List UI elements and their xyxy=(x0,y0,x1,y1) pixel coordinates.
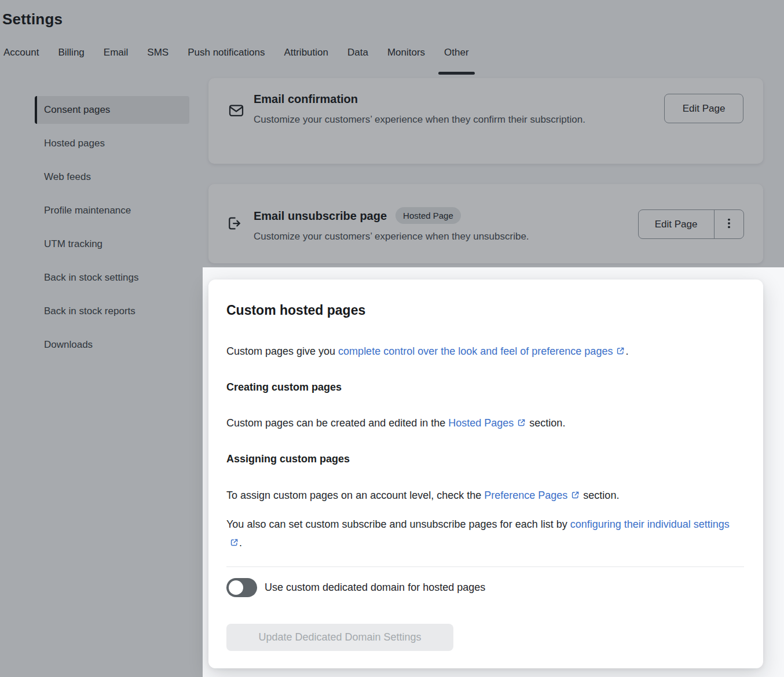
tab-billing[interactable]: Billing xyxy=(58,46,84,59)
sidebar-item-utm-tracking[interactable]: UTM tracking xyxy=(35,230,189,258)
header: Settings Account Billing Email SMS Push … xyxy=(0,0,784,77)
email-confirmation-title: Email confirmation xyxy=(254,91,618,107)
sidebar-item-web-feeds[interactable]: Web feeds xyxy=(35,163,189,191)
intro-text: Custom pages give you xyxy=(226,345,338,357)
creating-custom-pages-heading: Creating custom pages xyxy=(226,380,744,394)
sidebar-item-back-in-stock-reports[interactable]: Back in stock reports xyxy=(35,297,189,325)
email-unsubscribe-title: Email unsubscribe page xyxy=(254,208,387,224)
tab-monitors[interactable]: Monitors xyxy=(387,46,425,59)
email-unsubscribe-card: Email unsubscribe page Hosted Page Custo… xyxy=(208,184,763,263)
email-confirmation-card: Email confirmation Customize your custom… xyxy=(208,78,763,164)
intro-suffix: . xyxy=(625,345,628,357)
page-title: Settings xyxy=(2,10,784,28)
sidebar-item-profile-maintenance[interactable]: Profile maintenance xyxy=(35,197,189,225)
creating-suffix: section. xyxy=(526,417,565,429)
toggle-knob xyxy=(229,580,243,595)
tab-other[interactable]: Other xyxy=(444,46,469,59)
section-divider xyxy=(226,566,744,567)
main-content: Email confirmation Customize your custom… xyxy=(203,77,784,677)
kebab-menu-button[interactable] xyxy=(715,210,743,238)
update-dedicated-domain-button[interactable]: Update Dedicated Domain Settings xyxy=(226,624,453,651)
mail-icon xyxy=(228,102,245,122)
edit-page-split-button: Edit Page xyxy=(638,209,744,239)
tab-data[interactable]: Data xyxy=(347,46,368,59)
email-confirmation-body: Email confirmation Customize your custom… xyxy=(254,91,618,129)
sidebar-item-back-in-stock-settings[interactable]: Back in stock settings xyxy=(35,264,189,292)
sidebar-item-hosted-pages[interactable]: Hosted pages xyxy=(35,130,189,157)
kebab-icon xyxy=(723,217,735,231)
dedicated-domain-toggle-label: Use custom dedicated domain for hosted p… xyxy=(265,582,485,594)
list-settings-link-text: configuring their individual settings xyxy=(570,518,730,530)
tab-email[interactable]: Email xyxy=(104,46,129,59)
creating-text: Custom pages can be created and edited i… xyxy=(226,417,448,429)
email-confirmation-description: Customize your customers’ experience whe… xyxy=(254,111,618,129)
hosted-pages-link-text: Hosted Pages xyxy=(448,417,514,429)
sidebar-item-downloads[interactable]: Downloads xyxy=(35,331,189,359)
email-unsubscribe-title-row: Email unsubscribe page Hosted Page xyxy=(254,207,529,224)
assign-suffix: section. xyxy=(580,490,619,501)
edit-page-button-unsubscribe[interactable]: Edit Page xyxy=(639,210,714,238)
custom-hosted-pages-title: Custom hosted pages xyxy=(226,301,744,319)
custom-hosted-pages-card: Custom hosted pages Custom pages give yo… xyxy=(208,279,763,668)
tab-sms[interactable]: SMS xyxy=(147,46,168,59)
tab-account[interactable]: Account xyxy=(3,46,39,59)
assigning-custom-pages-heading: Assigning custom pages xyxy=(226,452,744,466)
tab-attribution[interactable]: Attribution xyxy=(284,46,328,59)
intro-paragraph: Custom pages give you complete control o… xyxy=(226,342,744,362)
dedicated-domain-toggle-row: Use custom dedicated domain for hosted p… xyxy=(226,578,744,597)
external-link-icon xyxy=(570,487,580,506)
assign-text: To assign custom pages on an account lev… xyxy=(226,490,484,501)
email-unsubscribe-body: Email unsubscribe page Hosted Page Custo… xyxy=(254,207,529,246)
lists-suffix: . xyxy=(239,537,242,549)
intro-link-text: complete control over the look and feel … xyxy=(338,345,613,357)
settings-tabs: Account Billing Email SMS Push notificat… xyxy=(2,46,784,59)
preference-pages-link-text: Preference Pages xyxy=(484,490,567,501)
edit-page-button-confirmation[interactable]: Edit Page xyxy=(664,94,743,123)
dedicated-domain-toggle[interactable] xyxy=(226,578,257,597)
external-link-icon xyxy=(229,535,239,553)
email-unsubscribe-description: Customize your customers’ experience whe… xyxy=(254,227,529,246)
assign-paragraph: To assign custom pages on an account lev… xyxy=(226,486,744,506)
preference-pages-control-link[interactable]: complete control over the look and feel … xyxy=(338,345,625,357)
settings-page: Settings Account Billing Email SMS Push … xyxy=(0,0,784,677)
lists-text: You also can set custom subscribe and un… xyxy=(226,518,570,530)
preference-pages-link[interactable]: Preference Pages xyxy=(484,490,580,501)
sidebar-item-consent-pages[interactable]: Consent pages xyxy=(35,96,189,124)
external-link-icon xyxy=(516,415,526,433)
hosted-page-badge: Hosted Page xyxy=(395,207,461,224)
creating-paragraph: Custom pages can be created and edited i… xyxy=(226,414,744,433)
external-link-icon xyxy=(616,343,625,362)
sign-out-icon xyxy=(226,215,243,234)
hosted-pages-link[interactable]: Hosted Pages xyxy=(448,417,526,429)
lists-paragraph: You also can set custom subscribe and un… xyxy=(226,515,742,553)
tab-push-notifications[interactable]: Push notifications xyxy=(188,46,265,59)
sidebar: Consent pages Hosted pages Web feeds Pro… xyxy=(0,77,203,677)
